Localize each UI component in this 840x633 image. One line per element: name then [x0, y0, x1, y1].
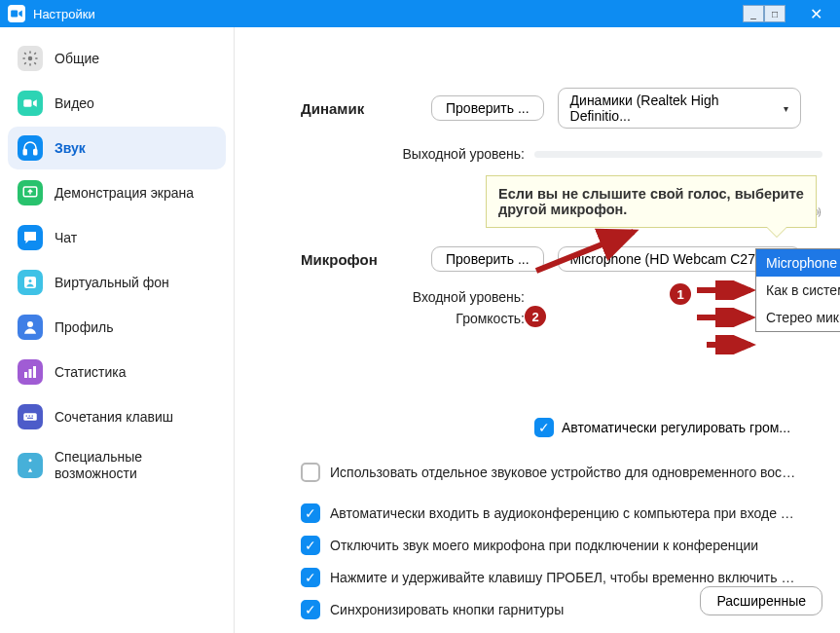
check-row: ✓ Отключить звук моего микрофона при под…: [301, 536, 822, 555]
sidebar-item-label: Статистика: [55, 364, 127, 381]
speaker-label: Динамик: [301, 100, 418, 117]
check-label: Нажмите и удерживайте клавишу ПРОБЕЛ, чт…: [330, 570, 797, 585]
sidebar-item-share[interactable]: Демонстрация экрана: [8, 171, 226, 214]
auto-adjust-row: ✓ Автоматически регулировать гром...: [534, 418, 822, 437]
mic-option[interactable]: Как в системе: [756, 277, 840, 304]
mic-label: Микрофон: [301, 251, 418, 268]
sidebar-item-label: Общие: [55, 51, 99, 67]
keyboard-icon: [18, 404, 43, 429]
sidebar-item-general[interactable]: Общие: [8, 37, 226, 80]
mic-option[interactable]: Стерео микшер (Realtek High Definiti...: [756, 304, 840, 331]
svg-rect-16: [27, 418, 33, 419]
minimize-button[interactable]: _: [743, 5, 764, 22]
stats-icon: [18, 359, 43, 385]
sidebar-item-keyboard[interactable]: Сочетания клавиш: [8, 395, 226, 438]
check-row: ✓ Нажмите и удерживайте клавишу ПРОБЕЛ, …: [301, 568, 822, 587]
svg-rect-11: [33, 366, 36, 378]
annotation-arrow: [527, 222, 653, 280]
checkbox[interactable]: ✓: [301, 600, 320, 619]
input-level-label: Входной уровень:: [301, 289, 534, 305]
separate-device-row: Использовать отдельное звуковое устройст…: [301, 463, 822, 482]
sidebar-item-label: Звук: [55, 140, 86, 157]
annotation-arrow: [702, 335, 760, 354]
sidebar-item-stats[interactable]: Статистика: [8, 351, 226, 393]
check-label: Синхронизировать кнопки гарнитуры: [330, 602, 564, 617]
gear-icon: [18, 46, 43, 71]
svg-rect-12: [23, 413, 37, 421]
tooltip: Если вы не слышите свой голос, выберите …: [486, 175, 817, 228]
speaker-device-value: Динамики (Realtek High Definitio...: [570, 93, 784, 124]
check-label: Отключить звук моего микрофона при подкл…: [330, 538, 758, 553]
test-speaker-button[interactable]: Проверить ...: [431, 95, 544, 121]
annotation-badge-2: 2: [525, 306, 546, 327]
svg-point-7: [29, 279, 32, 282]
maximize-button[interactable]: □: [764, 5, 785, 22]
svg-rect-15: [32, 416, 34, 417]
mic-option[interactable]: Microphone (HD Webcam C270): [756, 249, 840, 277]
svg-point-8: [27, 321, 33, 327]
share-screen-icon: [18, 180, 43, 205]
annotation-arrow: [692, 308, 760, 327]
sidebar-item-label: Сочетания клавиш: [55, 409, 173, 426]
svg-rect-2: [23, 99, 31, 107]
sidebar-item-label: Видео: [55, 95, 94, 112]
main-panel: Динамик Проверить ... Динамики (Realtek …: [235, 27, 840, 633]
background-icon: [18, 270, 43, 295]
svg-line-18: [536, 232, 634, 271]
accessibility-icon: [18, 453, 43, 478]
svg-rect-0: [11, 11, 18, 18]
app-icon: [8, 5, 25, 22]
output-level-label: Выходной уровень:: [301, 146, 534, 162]
output-level-row: Выходной уровень:: [301, 146, 822, 162]
check-label: Автоматически входить в аудиоконференцию…: [330, 505, 797, 521]
output-level-meter: [534, 151, 822, 158]
svg-rect-10: [29, 369, 32, 378]
titlebar: Настройки _ □ ✕: [0, 0, 840, 27]
separate-device-checkbox[interactable]: [301, 463, 320, 482]
svg-point-17: [29, 459, 32, 462]
checkbox[interactable]: ✓: [301, 536, 320, 555]
annotation-badge-1: 1: [670, 283, 691, 305]
svg-point-1: [28, 56, 33, 61]
checkbox[interactable]: ✓: [301, 503, 320, 523]
sidebar-item-chat[interactable]: Чат: [8, 216, 226, 259]
sidebar-item-label: Чат: [55, 230, 77, 246]
check-row: ✓ Автоматически входить в аудиоконференц…: [301, 503, 822, 523]
sidebar-item-label: Демонстрация экрана: [55, 185, 194, 202]
window-title: Настройки: [33, 7, 95, 21]
checkbox[interactable]: ✓: [301, 568, 320, 587]
sidebar-item-accessibility[interactable]: Специальные возможности: [8, 440, 226, 491]
mic-device-dropdown: Microphone (HD Webcam C270) Как в систем…: [755, 248, 840, 332]
speaker-device-select[interactable]: Динамики (Realtek High Definitio... ▾: [558, 88, 801, 129]
svg-rect-4: [34, 150, 37, 155]
sidebar-item-label: Профиль: [55, 319, 113, 336]
auto-adjust-checkbox[interactable]: ✓: [534, 418, 554, 437]
svg-rect-13: [26, 416, 28, 417]
separate-device-label: Использовать отдельное звуковое устройст…: [330, 465, 797, 480]
sidebar-item-video[interactable]: Видео: [8, 82, 226, 125]
speaker-row: Динамик Проверить ... Динамики (Realtek …: [301, 88, 822, 129]
advanced-button[interactable]: Расширенные: [700, 586, 822, 615]
chevron-down-icon: ▾: [784, 103, 788, 114]
annotation-arrow: [692, 280, 760, 300]
sidebar-item-vbg[interactable]: Виртуальный фон: [8, 261, 226, 304]
svg-rect-14: [29, 416, 31, 417]
auto-adjust-label: Автоматически регулировать гром...: [562, 420, 790, 435]
window-controls: _ □: [743, 5, 785, 22]
sidebar-item-label: Виртуальный фон: [55, 275, 169, 291]
sidebar-item-audio[interactable]: Звук: [8, 127, 226, 169]
close-button[interactable]: ✕: [799, 5, 832, 23]
video-icon: [18, 91, 43, 116]
sidebar-item-profile[interactable]: Профиль: [8, 306, 226, 349]
profile-icon: [18, 315, 43, 340]
headphones-icon: [18, 135, 43, 161]
mic-volume-label: Громкость:: [301, 311, 534, 326]
svg-rect-9: [24, 372, 27, 378]
sidebar: Общие Видео Звук Демонстрация экрана Чат…: [0, 27, 234, 633]
svg-rect-3: [23, 150, 26, 155]
chat-icon: [18, 225, 43, 250]
sidebar-item-label: Специальные возможности: [55, 449, 216, 482]
